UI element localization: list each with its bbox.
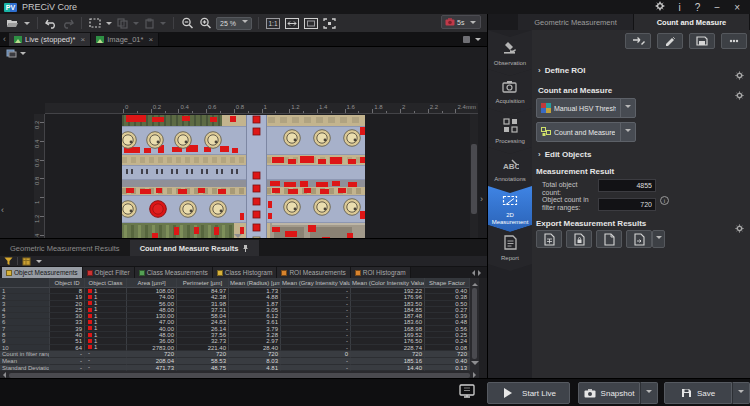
layer-export-icon[interactable] [6, 49, 17, 58]
subtab-object-filter[interactable]: Object Filter [83, 267, 135, 278]
count-chevron-icon[interactable] [620, 123, 635, 141]
export-spreadsheet-button[interactable] [536, 230, 562, 248]
count-and-measure-button[interactable]: Count and Measure [536, 122, 636, 142]
tab-live[interactable]: Live (stopped)* × [9, 33, 91, 46]
copy-chevron-icon[interactable] [133, 22, 139, 28]
options-button[interactable] [721, 33, 747, 49]
ruler-tick [123, 109, 124, 113]
edit-objects-header[interactable]: ›Edit Objects [538, 150, 591, 159]
paste-button[interactable] [143, 16, 156, 30]
collapse-left-icon[interactable]: ‹ [1, 205, 4, 215]
ruler-label: 2.2 [430, 104, 438, 110]
rect-select-chevron-icon[interactable] [106, 22, 112, 28]
sidebar-item-observation[interactable]: Observation [488, 30, 532, 76]
ruler-label: 0 [125, 104, 128, 110]
layer-export-chevron-icon[interactable] [20, 52, 26, 58]
define-roi-gear-icon[interactable] [735, 66, 744, 84]
table-stat-row[interactable]: Mean--208.0458.538.03-185.160.40 [0, 358, 470, 365]
undo-button[interactable] [44, 16, 58, 30]
manual-hsv-threshold-button[interactable]: Manual HSV Threshold... [536, 98, 636, 118]
pick-object-button[interactable] [625, 33, 651, 49]
zoom-in-button[interactable] [198, 16, 213, 30]
export-file-button[interactable] [596, 230, 622, 248]
threshold-chevron-icon[interactable] [620, 99, 635, 117]
snapshot-chevron-button[interactable] [640, 382, 658, 404]
2d-measurement-icon [502, 193, 518, 211]
export-send-button[interactable] [626, 230, 652, 248]
rect-select-button[interactable] [88, 16, 102, 30]
save-chevron-button[interactable] [732, 382, 750, 404]
total-count-field[interactable] [598, 179, 656, 192]
count-measure-panel: ›Define ROI Count and Measure Manual HSV… [532, 30, 750, 378]
table-cell: Mean (Radius) [µm] [229, 278, 281, 288]
subtab-scroll-left-icon[interactable] [469, 270, 475, 276]
redo-button[interactable] [61, 16, 75, 30]
tab-image01-close-icon[interactable]: × [148, 35, 153, 44]
tab-options-icon[interactable] [463, 36, 470, 43]
info-icon[interactable]: i [679, 2, 681, 13]
tab-scroll-left-icon[interactable]: ‹ [0, 33, 9, 46]
filter-funnel-icon[interactable] [4, 257, 13, 266]
class-color-swatch [88, 295, 92, 299]
subtab-object-measurements[interactable]: Object Measurements [2, 267, 83, 278]
ruler-label: 1.8 [374, 104, 382, 110]
snapshot-button[interactable]: Snapshot [578, 382, 640, 404]
timer-chevron-icon [470, 21, 476, 27]
table-stat-row[interactable]: Count in filter ranges:--720720720072072… [0, 351, 470, 358]
tab-list-chevron-icon[interactable] [475, 38, 481, 44]
export-table-chevron-icon[interactable] [36, 260, 42, 266]
class-color-swatch [88, 345, 92, 349]
filter-info-icon[interactable]: i [660, 196, 669, 205]
help-icon[interactable]: ? [695, 2, 701, 13]
subtab-roi-measurements[interactable]: ROI Measurements [277, 267, 350, 278]
export-chevron-button[interactable] [652, 230, 665, 248]
table-cell: Object Class [85, 278, 127, 288]
edit-threshold-button[interactable] [657, 33, 683, 49]
count-measure-icon [541, 127, 551, 137]
open-file-button[interactable] [5, 16, 20, 30]
collapse-right-icon[interactable]: › [480, 194, 483, 204]
zoom-1to1-button[interactable]: 1:1 [265, 16, 281, 30]
zoom-level-select[interactable]: 25 % [216, 17, 252, 30]
tab-geometric-measurement[interactable]: Geometric Measurement [518, 14, 634, 30]
ruler-label: 0.6 [208, 104, 216, 110]
class-color-swatch [88, 289, 92, 293]
export-table-icon[interactable] [22, 257, 31, 266]
settings-gear-icon[interactable] [655, 1, 665, 13]
ruler-tick [137, 111, 138, 113]
pin-icon[interactable] [242, 244, 249, 252]
subtab-scroll-right-icon[interactable] [478, 270, 484, 276]
save-parameters-button[interactable] [689, 33, 715, 49]
subtab-class-histogram[interactable]: Class Histogram [213, 267, 278, 278]
open-file-chevron-icon[interactable] [24, 22, 30, 28]
zoom-out-button[interactable] [180, 16, 195, 30]
tab-geometric-results[interactable]: Geometric Measurement Results [0, 240, 130, 256]
ruler-tick [386, 111, 387, 113]
help-manual-icon[interactable] [459, 384, 475, 403]
subtab-class-measurements[interactable]: Class Measurements [135, 267, 213, 278]
filter-count-field[interactable] [598, 198, 656, 211]
tab-count-and-measure[interactable]: Count and Measure [634, 14, 750, 30]
table-vertical-scrollbar[interactable] [470, 278, 479, 371]
copy-button[interactable] [116, 16, 129, 30]
minimize-icon[interactable]: − [714, 2, 720, 13]
export-protected-button[interactable] [566, 230, 592, 248]
close-icon[interactable]: × [734, 2, 740, 13]
tab-image01[interactable]: Image_01* × [91, 33, 159, 46]
table-cell: Count in filter ranges: [0, 351, 50, 358]
start-live-button[interactable]: Start Live [487, 382, 570, 404]
export-gear-icon[interactable] [735, 219, 744, 237]
save-button[interactable]: Save [664, 382, 732, 404]
fit-width-button[interactable] [303, 16, 319, 30]
define-roi-header[interactable]: ›Define ROI [538, 66, 586, 75]
fullscreen-button[interactable] [322, 16, 337, 30]
tab-count-measure-results[interactable]: Count and Measure Results [130, 240, 260, 256]
tab-live-close-icon[interactable]: × [80, 35, 85, 44]
subtab-roi-histogram[interactable]: ROI Histogram [351, 267, 411, 278]
image-viewer[interactable]: 00.20.40.60.811.21.41.61.822.22.4mm 0.20… [0, 46, 487, 238]
table-cell: 0 [281, 351, 351, 358]
count-measure-gear-icon[interactable] [735, 86, 744, 104]
paste-chevron-icon[interactable] [160, 22, 166, 28]
fit-to-window-button[interactable] [284, 16, 300, 30]
snapshot-timer-select[interactable]: 5s [441, 15, 481, 29]
